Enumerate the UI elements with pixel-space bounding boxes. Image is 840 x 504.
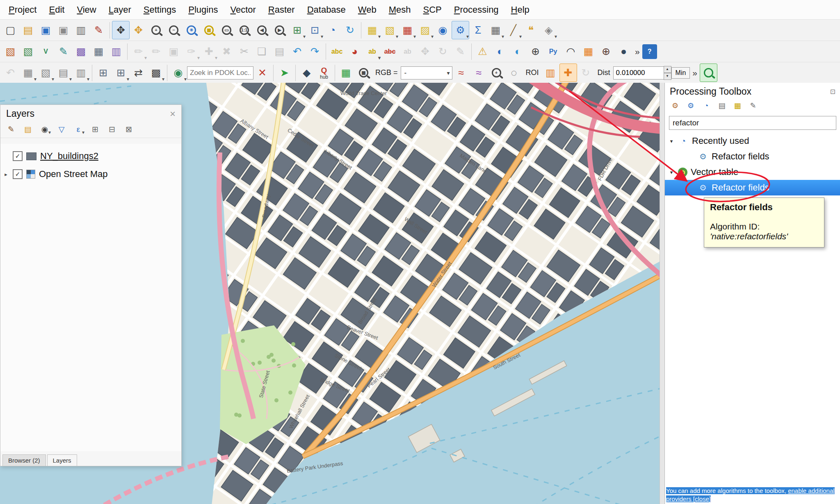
roi-dot-icon[interactable]: ◌ [505,64,523,82]
delete-selected-icon[interactable]: ✖ [218,42,235,61]
select-all-features-icon[interactable]: ▨▾ [416,21,434,39]
binoculars-icon[interactable]: ⊕ [597,42,615,61]
results-viewer-icon[interactable]: ▤ [716,100,728,111]
tree-caret-icon[interactable]: ▾ [668,169,675,175]
collapse-all-icon[interactable]: ⊟ [105,123,119,135]
python-console-icon[interactable]: Py [544,42,562,61]
add-roi-icon[interactable]: ✚ [559,64,577,82]
menu-database[interactable]: Database [301,2,352,17]
enable-providers-link[interactable]: enable additional [788,487,834,494]
gradient-icon[interactable]: ▥ [542,64,559,82]
zoom-next-icon[interactable]: ▶ [271,21,288,39]
distance-input-spinner[interactable]: ▲▼ [664,66,671,80]
menu-project[interactable]: Project [2,2,43,17]
paste-features-icon[interactable]: ▤ [271,42,288,61]
undo-icon[interactable]: ↶ [288,42,306,61]
toggle-editing-icon[interactable]: ✏ [147,42,165,61]
tree-item-refactor-fields[interactable]: ⚙Refactor fields [665,180,840,195]
select-overlap-icon[interactable]: ▧▾ [37,64,55,82]
layer-labeling-icon[interactable]: abc [328,42,346,61]
pdok-locator-icon[interactable]: ◉▾ [169,64,187,82]
menu-settings[interactable]: Settings [137,2,183,17]
layer-diagram-icon[interactable]: ◕ [346,42,363,61]
menu-web[interactable]: Web [352,2,383,17]
current-edits-icon[interactable]: ✏▾ [130,42,147,61]
measure-icon[interactable]: ╱▾ [504,21,522,39]
layout-manager-icon[interactable]: ▥ [72,21,90,39]
new-project-icon[interactable]: ▢ [2,21,19,39]
histogram-red-icon[interactable]: ≈ [452,64,470,82]
refresh-map-icon[interactable]: ↻ [341,21,359,39]
menu-mesh[interactable]: Mesh [383,2,417,17]
zoom-in-icon[interactable]: + [147,21,165,39]
options-icon[interactable]: ✎ [747,100,759,111]
menu-edit[interactable]: Edit [43,2,71,17]
add-vector-layer-icon[interactable]: ▧ [19,42,37,61]
filter-legend-icon[interactable]: ▽ [55,123,68,135]
menu-processing[interactable]: Processing [448,2,505,17]
web-service-icon[interactable]: ◐ [509,42,527,61]
add-group-icon[interactable]: ▤ [21,123,34,135]
identify-features-icon[interactable]: ◉ [434,21,452,39]
edit-features-inplace-icon[interactable]: ▦ [731,100,744,111]
zoom-plus-icon[interactable]: + [488,64,505,82]
bookmark-icon[interactable]: ⊡▾ [306,21,324,39]
select-location-icon[interactable]: ▦▾ [19,64,37,82]
no-labels-icon[interactable]: abc [381,42,399,61]
menu-view[interactable]: View [71,2,102,17]
menu-vector[interactable]: Vector [224,2,262,17]
float-panel-icon[interactable]: ⊡ [830,88,835,95]
zoom-to-selection-icon[interactable]: ▦ [200,21,218,39]
new-shapefile-layer-icon[interactable]: V [37,42,55,61]
open-attribute-table-icon[interactable]: ▦▾ [487,21,504,39]
layer-pair-icon[interactable]: ▤▾ [55,64,72,82]
redo-icon[interactable]: ↷ [306,42,324,61]
inplace-edit-icon[interactable]: ↶ [2,64,19,82]
history-icon[interactable]: ◔ [700,100,712,111]
globe-plugin-icon[interactable]: ● [615,42,632,61]
rgb-combo[interactable]: - [401,66,452,79]
distance-input[interactable] [613,66,664,79]
processing-search-input[interactable] [669,116,836,130]
filter-expression-icon[interactable]: ε▾ [72,123,85,135]
temporal-controller-icon[interactable]: ◔ [324,21,341,39]
toolbar-overflow2-icon[interactable]: » [692,68,697,78]
add-mesh-layer-icon[interactable]: ▥ [107,42,125,61]
layer-item-ny-buildings2[interactable]: ✓NY_buildings2 [3,147,179,165]
new-geopackage-layer-icon[interactable]: ✎ [55,42,72,61]
rotate-label-icon[interactable]: ↻ [434,42,452,61]
color-table-icon[interactable]: ▦ [337,64,355,82]
shield-badge-icon[interactable]: ◆ [298,64,315,82]
min-label[interactable]: Min [671,67,690,79]
share-icon[interactable]: ➤ [276,64,293,82]
tree-item-recently-used[interactable]: ▾◔Recently used [665,133,840,149]
tree-item-refactor-fields[interactable]: ⚙Refactor fields [665,149,840,164]
move-label-icon[interactable]: ✥ [416,42,434,61]
open-project-icon[interactable]: ▤ [19,21,37,39]
pan-map-icon[interactable]: ✥ [112,21,130,39]
layer-visibility-checkbox[interactable]: ✓ [13,151,23,161]
select-features-icon[interactable]: ▦▾ [363,21,381,39]
menu-scp[interactable]: SCP [417,2,448,17]
label-toolbar-icon[interactable]: ab▾ [363,42,381,61]
statistics-icon[interactable]: Σ [469,21,487,39]
digitize-tool-icon[interactable]: ✑▾ [183,42,200,61]
tab-browser-2[interactable]: Browser (2) [2,454,46,466]
run-feature-action-icon[interactable]: ⚙▾ [452,21,469,39]
tab-layers[interactable]: Layers [47,454,77,466]
highlight-labels-icon[interactable]: ab [399,42,416,61]
pan-to-selection-icon[interactable]: ✥ [130,21,147,39]
scp-plugin-icon[interactable]: ▦ [580,42,597,61]
save-project-as-icon[interactable]: ▣ [55,21,72,39]
plugin-hat-icon[interactable]: ◠ [562,42,580,61]
style-manager-icon[interactable]: ✎ [90,21,107,39]
close-icon[interactable]: × [170,109,176,119]
band-swap-icon[interactable]: ⇄ [130,64,147,82]
tree-caret-icon[interactable]: ▾ [668,138,675,144]
select-by-value-icon[interactable]: ▧▾ [381,21,399,39]
layer-expander-icon[interactable]: ▸ [3,171,9,177]
zoom-full-extent-icon[interactable]: ✳ [183,21,200,39]
new-map-view-icon[interactable]: ⊞▾ [288,21,306,39]
add-raster-layer-icon[interactable]: ▦ [90,42,107,61]
qgis-hub-icon[interactable]: Qhub [315,64,333,82]
